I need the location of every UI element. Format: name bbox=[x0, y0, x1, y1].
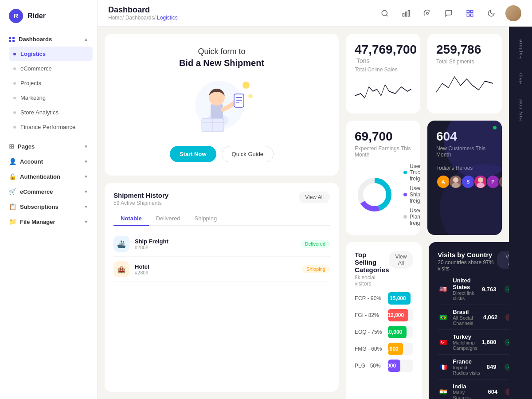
bar-fill: 7,000 bbox=[388, 360, 400, 372]
user-avatar[interactable] bbox=[505, 5, 521, 21]
shipment-history-subtitle: 59 Active Shipments bbox=[113, 200, 168, 206]
shipment-item: 🏨 Hotel #2809 Shipping bbox=[113, 257, 330, 282]
sidebar-item-logistics[interactable]: Logistics bbox=[9, 47, 93, 61]
rs-tab-explore[interactable]: Explore bbox=[514, 34, 527, 64]
stat-value-group: 47,769,700 Tons bbox=[355, 43, 411, 65]
dashboards-icon bbox=[9, 37, 15, 42]
categories-view-all[interactable]: View All bbox=[389, 251, 413, 269]
svg-rect-7 bbox=[467, 14, 469, 16]
earnings-label: Expected Earnings This Month bbox=[355, 145, 411, 158]
messages-icon[interactable] bbox=[442, 6, 456, 20]
tab-notable[interactable]: Notable bbox=[113, 211, 149, 226]
settings-icon[interactable] bbox=[420, 6, 434, 20]
dashboards-submenu: Logistics eCommerce Projects Marketing S… bbox=[0, 47, 97, 134]
bar-fill: 15,000 bbox=[388, 292, 411, 305]
stat-value-group: 259,786 bbox=[436, 43, 493, 57]
country-name: Brasil bbox=[453, 309, 478, 315]
promo-subtitle: Bid a New Shipment bbox=[179, 58, 264, 68]
svg-rect-2 bbox=[406, 12, 407, 16]
donut-legend: Used Truck freight 45% Used Ship freight… bbox=[403, 163, 420, 226]
bar-label: FMG - 60% bbox=[355, 346, 383, 352]
tab-shipping[interactable]: Shipping bbox=[188, 211, 224, 226]
country-name: Turkey bbox=[453, 333, 477, 340]
breadcrumb-current: Logistics bbox=[157, 15, 178, 21]
chevron-down-icon: ▼ bbox=[84, 219, 88, 224]
authentication-group[interactable]: 🔒 Authentication ▼ bbox=[0, 169, 97, 184]
sidebar-item-ecommerce[interactable]: eCommerce bbox=[4, 61, 97, 76]
bar-fill: 12,000 bbox=[388, 309, 408, 321]
moon-icon[interactable] bbox=[484, 6, 498, 20]
bar-fill: 8,000 bbox=[388, 343, 403, 355]
account-group[interactable]: 👤 Account ▼ bbox=[0, 154, 97, 169]
card-title-group: Shipment History 59 Active Shipments bbox=[113, 192, 168, 206]
country-fr: 🇫🇷 France Impact Radius visits 849 +4.1% bbox=[438, 355, 509, 379]
promo-title: Quick form to bbox=[179, 47, 264, 56]
shipment-history-card: Shipment History 59 Active Shipments Vie… bbox=[105, 183, 339, 392]
total-sales-label: Total Online Sales bbox=[355, 66, 411, 73]
start-now-button[interactable]: Start Now bbox=[170, 146, 216, 162]
sidebar: R Rider Dashboards ▲ Logistics eCommerce… bbox=[0, 0, 98, 399]
shipment-info: Ship Freight #2808 bbox=[135, 238, 295, 250]
country-source: Impact Radius visits bbox=[453, 365, 482, 376]
dashboards-group[interactable]: Dashboards ▲ bbox=[0, 32, 97, 47]
svg-rect-15 bbox=[234, 94, 244, 107]
country-name: United States bbox=[453, 277, 477, 290]
change-badge: +0.2% bbox=[505, 339, 509, 346]
change-badge: +4.1% bbox=[505, 364, 509, 371]
pages-group[interactable]: ⊞ Pages ▼ bbox=[0, 139, 97, 154]
dot-icon bbox=[13, 111, 16, 114]
search-icon[interactable] bbox=[378, 6, 392, 20]
country-source: Mailchimp Campaigns bbox=[453, 340, 477, 351]
shipments-chart bbox=[436, 70, 493, 97]
dot-icon bbox=[13, 97, 16, 99]
bar-track: 8,000 bbox=[388, 343, 413, 355]
total-sales-value: 47,769,700 bbox=[355, 43, 417, 56]
visits-title: Visits by Country bbox=[438, 251, 497, 258]
sidebar-item-finance-performance[interactable]: Finance Performance bbox=[4, 120, 97, 134]
country-source: All Social Channels bbox=[453, 315, 478, 326]
svg-point-10 bbox=[243, 82, 250, 89]
card-title-group: Top Selling Categories 8k social visitor… bbox=[355, 251, 389, 287]
subscriptions-group[interactable]: 📋 Subscriptions ▼ bbox=[0, 199, 97, 214]
in-flag: 🇮🇳 bbox=[438, 388, 448, 396]
promo-card: Quick form to Bid a New Shipment bbox=[105, 34, 339, 176]
country-info: France Impact Radius visits bbox=[453, 358, 482, 376]
sidebar-item-marketing[interactable]: Marketing bbox=[4, 90, 97, 105]
view-all-button[interactable]: View All bbox=[299, 192, 330, 203]
sidebar-item-store-analytics[interactable]: Store Analytics bbox=[4, 105, 97, 120]
chevron-up-icon: ▲ bbox=[84, 37, 88, 42]
file-manager-group[interactable]: 📁 File Manager ▼ bbox=[0, 214, 97, 229]
breadcrumb-home: Home/ bbox=[108, 15, 125, 21]
shipment-name: Hotel bbox=[135, 263, 297, 270]
grid-icon[interactable] bbox=[463, 6, 477, 20]
rs-tab-help[interactable]: Help bbox=[514, 67, 527, 90]
shipment-status: Shipping bbox=[302, 265, 330, 273]
ecommerce-group[interactable]: 🛒 eCommerce ▼ bbox=[0, 184, 97, 199]
logo-icon: R bbox=[9, 9, 23, 23]
tab-delivered[interactable]: Delivered bbox=[149, 211, 188, 226]
rs-tab-buy-now[interactable]: Buy now bbox=[514, 94, 527, 126]
card-header: Shipment History 59 Active Shipments Vie… bbox=[113, 192, 330, 206]
country-source: Many Sources bbox=[453, 390, 483, 399]
card-header: Top Selling Categories 8k social visitor… bbox=[355, 251, 413, 287]
sidebar-item-projects[interactable]: Projects bbox=[4, 76, 97, 90]
dot-icon bbox=[13, 67, 16, 70]
chart-icon[interactable] bbox=[399, 6, 413, 20]
stat-value-group: 69,700 bbox=[355, 129, 411, 144]
quick-guide-button[interactable]: Quick Guide bbox=[222, 146, 274, 162]
country-info: Brasil All Social Channels bbox=[453, 309, 478, 326]
breadcrumb-dashboards: Dashboards/ bbox=[125, 15, 157, 21]
plane-label: Used Plane freight bbox=[410, 207, 420, 226]
svg-rect-5 bbox=[467, 10, 469, 12]
svg-rect-8 bbox=[471, 14, 473, 16]
visits-view-all[interactable]: View All bbox=[497, 251, 509, 269]
bar-fgi: FGI - 82% 12,000 bbox=[355, 309, 413, 321]
fr-flag: 🇫🇷 bbox=[438, 363, 448, 371]
right-sidebar: Explore Help Buy now bbox=[509, 27, 532, 399]
left-panel: Quick form to Bid a New Shipment bbox=[98, 27, 346, 399]
logo[interactable]: R Rider bbox=[0, 9, 97, 32]
donut-chart bbox=[355, 175, 395, 215]
chevron-down-icon: ▼ bbox=[84, 174, 88, 179]
svg-point-0 bbox=[382, 10, 387, 16]
bar-label: ECR - 90% bbox=[355, 295, 383, 301]
